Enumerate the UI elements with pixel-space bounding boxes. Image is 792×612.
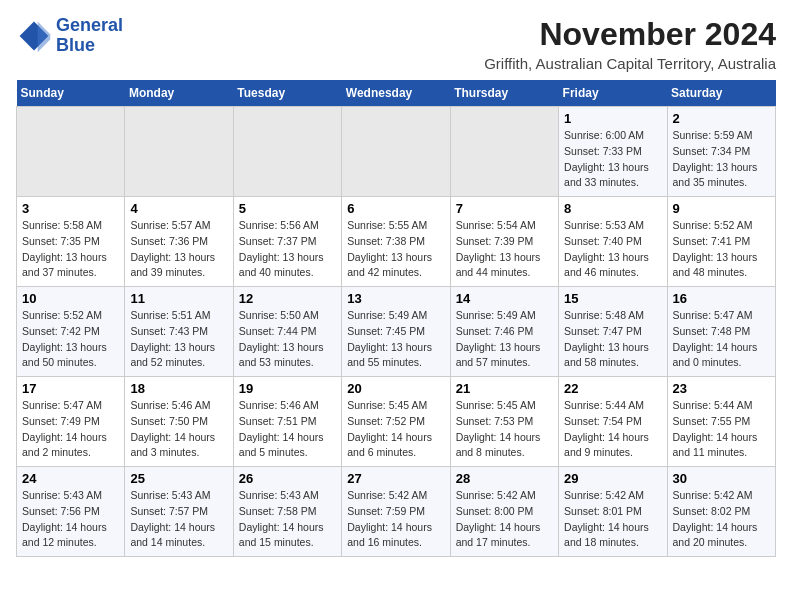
week-row-5: 24Sunrise: 5:43 AM Sunset: 7:56 PM Dayli…: [17, 467, 776, 557]
day-info: Sunrise: 5:58 AM Sunset: 7:35 PM Dayligh…: [22, 218, 119, 281]
day-cell: 24Sunrise: 5:43 AM Sunset: 7:56 PM Dayli…: [17, 467, 125, 557]
day-cell: 21Sunrise: 5:45 AM Sunset: 7:53 PM Dayli…: [450, 377, 558, 467]
day-info: Sunrise: 5:49 AM Sunset: 7:46 PM Dayligh…: [456, 308, 553, 371]
day-number: 11: [130, 291, 227, 306]
day-number: 14: [456, 291, 553, 306]
day-info: Sunrise: 5:42 AM Sunset: 8:00 PM Dayligh…: [456, 488, 553, 551]
day-info: Sunrise: 5:46 AM Sunset: 7:50 PM Dayligh…: [130, 398, 227, 461]
day-info: Sunrise: 5:43 AM Sunset: 7:57 PM Dayligh…: [130, 488, 227, 551]
day-cell: 28Sunrise: 5:42 AM Sunset: 8:00 PM Dayli…: [450, 467, 558, 557]
day-number: 21: [456, 381, 553, 396]
day-info: Sunrise: 5:49 AM Sunset: 7:45 PM Dayligh…: [347, 308, 444, 371]
day-number: 8: [564, 201, 661, 216]
day-cell: 2Sunrise: 5:59 AM Sunset: 7:34 PM Daylig…: [667, 107, 775, 197]
day-number: 6: [347, 201, 444, 216]
day-info: Sunrise: 5:57 AM Sunset: 7:36 PM Dayligh…: [130, 218, 227, 281]
header-monday: Monday: [125, 80, 233, 107]
day-cell: 17Sunrise: 5:47 AM Sunset: 7:49 PM Dayli…: [17, 377, 125, 467]
week-row-2: 3Sunrise: 5:58 AM Sunset: 7:35 PM Daylig…: [17, 197, 776, 287]
day-cell: 5Sunrise: 5:56 AM Sunset: 7:37 PM Daylig…: [233, 197, 341, 287]
page-header: General Blue November 2024 Griffith, Aus…: [16, 16, 776, 72]
day-info: Sunrise: 5:43 AM Sunset: 7:58 PM Dayligh…: [239, 488, 336, 551]
day-info: Sunrise: 5:44 AM Sunset: 7:55 PM Dayligh…: [673, 398, 770, 461]
day-info: Sunrise: 5:42 AM Sunset: 8:01 PM Dayligh…: [564, 488, 661, 551]
day-number: 12: [239, 291, 336, 306]
day-cell: 20Sunrise: 5:45 AM Sunset: 7:52 PM Dayli…: [342, 377, 450, 467]
day-cell: 1Sunrise: 6:00 AM Sunset: 7:33 PM Daylig…: [559, 107, 667, 197]
day-number: 23: [673, 381, 770, 396]
day-cell: 25Sunrise: 5:43 AM Sunset: 7:57 PM Dayli…: [125, 467, 233, 557]
day-number: 5: [239, 201, 336, 216]
header-friday: Friday: [559, 80, 667, 107]
day-info: Sunrise: 5:44 AM Sunset: 7:54 PM Dayligh…: [564, 398, 661, 461]
day-number: 29: [564, 471, 661, 486]
day-number: 22: [564, 381, 661, 396]
logo-text: General Blue: [56, 16, 123, 56]
day-cell: 3Sunrise: 5:58 AM Sunset: 7:35 PM Daylig…: [17, 197, 125, 287]
calendar-table: SundayMondayTuesdayWednesdayThursdayFrid…: [16, 80, 776, 557]
day-info: Sunrise: 5:54 AM Sunset: 7:39 PM Dayligh…: [456, 218, 553, 281]
header-tuesday: Tuesday: [233, 80, 341, 107]
header-thursday: Thursday: [450, 80, 558, 107]
day-number: 3: [22, 201, 119, 216]
day-info: Sunrise: 5:42 AM Sunset: 7:59 PM Dayligh…: [347, 488, 444, 551]
day-number: 9: [673, 201, 770, 216]
day-cell: 26Sunrise: 5:43 AM Sunset: 7:58 PM Dayli…: [233, 467, 341, 557]
day-number: 18: [130, 381, 227, 396]
logo: General Blue: [16, 16, 123, 56]
day-cell: [125, 107, 233, 197]
day-cell: [233, 107, 341, 197]
header-saturday: Saturday: [667, 80, 775, 107]
day-info: Sunrise: 5:56 AM Sunset: 7:37 PM Dayligh…: [239, 218, 336, 281]
day-info: Sunrise: 5:59 AM Sunset: 7:34 PM Dayligh…: [673, 128, 770, 191]
day-cell: [17, 107, 125, 197]
day-cell: 14Sunrise: 5:49 AM Sunset: 7:46 PM Dayli…: [450, 287, 558, 377]
day-number: 2: [673, 111, 770, 126]
header-row: SundayMondayTuesdayWednesdayThursdayFrid…: [17, 80, 776, 107]
day-info: Sunrise: 5:43 AM Sunset: 7:56 PM Dayligh…: [22, 488, 119, 551]
day-number: 10: [22, 291, 119, 306]
day-cell: 22Sunrise: 5:44 AM Sunset: 7:54 PM Dayli…: [559, 377, 667, 467]
day-info: Sunrise: 5:48 AM Sunset: 7:47 PM Dayligh…: [564, 308, 661, 371]
day-number: 26: [239, 471, 336, 486]
day-number: 28: [456, 471, 553, 486]
day-cell: 23Sunrise: 5:44 AM Sunset: 7:55 PM Dayli…: [667, 377, 775, 467]
day-info: Sunrise: 5:42 AM Sunset: 8:02 PM Dayligh…: [673, 488, 770, 551]
day-cell: 30Sunrise: 5:42 AM Sunset: 8:02 PM Dayli…: [667, 467, 775, 557]
day-cell: 9Sunrise: 5:52 AM Sunset: 7:41 PM Daylig…: [667, 197, 775, 287]
day-cell: 7Sunrise: 5:54 AM Sunset: 7:39 PM Daylig…: [450, 197, 558, 287]
svg-marker-1: [38, 21, 51, 52]
day-number: 20: [347, 381, 444, 396]
day-info: Sunrise: 6:00 AM Sunset: 7:33 PM Dayligh…: [564, 128, 661, 191]
day-number: 27: [347, 471, 444, 486]
day-cell: [342, 107, 450, 197]
day-info: Sunrise: 5:53 AM Sunset: 7:40 PM Dayligh…: [564, 218, 661, 281]
location: Griffith, Australian Capital Territory, …: [484, 55, 776, 72]
day-number: 1: [564, 111, 661, 126]
header-sunday: Sunday: [17, 80, 125, 107]
day-cell: 18Sunrise: 5:46 AM Sunset: 7:50 PM Dayli…: [125, 377, 233, 467]
day-cell: 19Sunrise: 5:46 AM Sunset: 7:51 PM Dayli…: [233, 377, 341, 467]
day-cell: 15Sunrise: 5:48 AM Sunset: 7:47 PM Dayli…: [559, 287, 667, 377]
day-number: 17: [22, 381, 119, 396]
day-cell: 16Sunrise: 5:47 AM Sunset: 7:48 PM Dayli…: [667, 287, 775, 377]
day-number: 25: [130, 471, 227, 486]
day-info: Sunrise: 5:45 AM Sunset: 7:53 PM Dayligh…: [456, 398, 553, 461]
day-info: Sunrise: 5:52 AM Sunset: 7:41 PM Dayligh…: [673, 218, 770, 281]
day-number: 30: [673, 471, 770, 486]
day-info: Sunrise: 5:51 AM Sunset: 7:43 PM Dayligh…: [130, 308, 227, 371]
logo-icon: [16, 18, 52, 54]
day-cell: 13Sunrise: 5:49 AM Sunset: 7:45 PM Dayli…: [342, 287, 450, 377]
day-info: Sunrise: 5:46 AM Sunset: 7:51 PM Dayligh…: [239, 398, 336, 461]
day-cell: 10Sunrise: 5:52 AM Sunset: 7:42 PM Dayli…: [17, 287, 125, 377]
day-number: 19: [239, 381, 336, 396]
day-info: Sunrise: 5:55 AM Sunset: 7:38 PM Dayligh…: [347, 218, 444, 281]
week-row-3: 10Sunrise: 5:52 AM Sunset: 7:42 PM Dayli…: [17, 287, 776, 377]
day-info: Sunrise: 5:52 AM Sunset: 7:42 PM Dayligh…: [22, 308, 119, 371]
day-info: Sunrise: 5:45 AM Sunset: 7:52 PM Dayligh…: [347, 398, 444, 461]
day-cell: 12Sunrise: 5:50 AM Sunset: 7:44 PM Dayli…: [233, 287, 341, 377]
day-number: 16: [673, 291, 770, 306]
day-cell: 6Sunrise: 5:55 AM Sunset: 7:38 PM Daylig…: [342, 197, 450, 287]
day-info: Sunrise: 5:50 AM Sunset: 7:44 PM Dayligh…: [239, 308, 336, 371]
title-block: November 2024 Griffith, Australian Capit…: [484, 16, 776, 72]
